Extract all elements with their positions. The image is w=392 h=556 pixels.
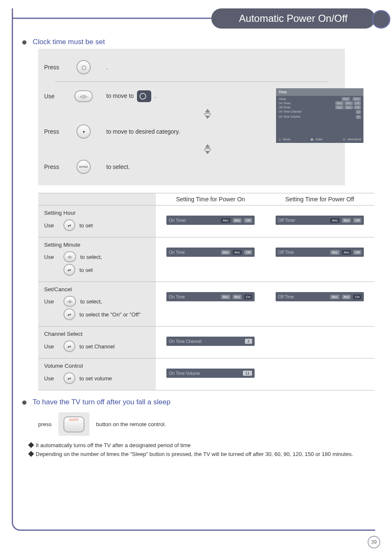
osd-chip: Abc: [345, 101, 353, 105]
table-head-off: Setting Time for Power Off: [265, 193, 374, 206]
up-down-icon[interactable]: ▴▾: [63, 340, 75, 352]
remote-down-button[interactable]: ▾: [74, 122, 94, 141]
osd-tab-bar: Time: [276, 88, 363, 96]
up-down-icon[interactable]: ▴▾: [63, 308, 75, 320]
osd-off-timer-bar: Off Timer Abc Abc Off: [276, 216, 364, 225]
table-row-channel: Channel Select Use ▴▾ to set Channel On …: [38, 327, 374, 358]
up-down-icon[interactable]: ▴▾: [63, 264, 75, 276]
osd-foot-move: ◇ : Move: [279, 138, 290, 141]
down-icon: ▾: [76, 124, 91, 139]
page-number-value: 39: [371, 539, 376, 545]
page-title-band: Automatic Power On/Off: [211, 8, 375, 29]
osd-chip: Abc: [345, 105, 353, 109]
section-title-text: Clock time must be set: [33, 38, 105, 46]
use-label: Use: [44, 343, 59, 350]
osd-chip: Off: [353, 250, 361, 255]
action-text: to select the "On" or "Off": [79, 311, 140, 318]
osd-chip: Abc: [221, 295, 230, 299]
osd-row-onvolume: On Time Volume 0: [279, 115, 361, 119]
page-frame: Automatic Power On/Off Clock time must b…: [12, 8, 375, 531]
step-text-pre: to move to: [106, 92, 134, 99]
remote-left-right-button[interactable]: ◁ ▷: [74, 87, 94, 105]
osd-label: On Time: [169, 295, 185, 299]
table-head-on: Setting Time for Power On: [156, 193, 265, 206]
table-head-blank: [38, 193, 156, 206]
osd-label: On Time: [169, 250, 185, 255]
step-text: to select.: [106, 163, 130, 170]
action-text: to set: [79, 267, 93, 273]
section-title-clock: Clock time must be set: [32, 38, 367, 46]
step-label: Press: [44, 128, 74, 135]
table-row-hour: Setting Hour Use ▴▾ to set On Timer Abc …: [38, 206, 374, 237]
osd-chip: Abc: [342, 218, 351, 223]
osd-chip: Off: [353, 218, 361, 223]
remote-sleep-button[interactable]: SLEEP: [63, 416, 84, 432]
step-text-post: .: [155, 92, 156, 99]
osd-key: On Time Channel: [279, 110, 301, 114]
up-down-icon[interactable]: ▴▾: [63, 219, 75, 231]
osd-value: 11: [243, 371, 252, 376]
osd-label: On Timer: [169, 218, 186, 223]
table-head-row: Setting Time for Power On Setting Time f…: [38, 193, 374, 206]
sleep-row: press SLEEP button on the remote control…: [38, 412, 367, 436]
osd-tab-time: Time: [279, 90, 287, 94]
action-text: to set volume: [79, 375, 112, 382]
osd-foot-exit: ⊙ : Menu/Exit: [343, 138, 361, 141]
osd-foot-enter: ▣ : Enter: [310, 138, 323, 141]
osd-chip: Abc: [233, 295, 242, 299]
osd-chip: 0: [356, 110, 361, 114]
up-down-icon[interactable]: ▴▾: [63, 372, 75, 384]
bullet-icon: [22, 40, 26, 45]
row-title: Set/Cancel: [44, 286, 150, 292]
sleep-button-wrap: SLEEP: [58, 412, 89, 436]
page-title: Automatic Power On/Off: [239, 13, 347, 24]
osd-chip: Abc: [330, 250, 339, 255]
left-right-icon[interactable]: ◁▷: [63, 251, 76, 262]
action-text: to set Channel: [79, 343, 115, 350]
remote-power-button[interactable]: ◯: [74, 58, 94, 76]
sleep-after-text: button on the remote control.: [96, 421, 166, 427]
osd-chip: Off: [354, 101, 361, 105]
footer-notes: It automatically turns off the TV after …: [29, 442, 367, 459]
osd-row-onchannel: On Time Channel 0: [279, 110, 361, 114]
osd-label: Off Timer: [278, 218, 295, 223]
osd-off-time-bar: Off Time Abc Abc Off: [276, 248, 364, 257]
header-rule: [13, 18, 211, 19]
osd-on-timer-bar: On Timer Abc Abc Off: [166, 216, 255, 225]
osd-chip: Abc: [221, 218, 230, 223]
bullet-icon: [22, 401, 26, 405]
osd-on-volume-bar: On Time Volume 11: [166, 369, 255, 378]
time-menu-icon: [137, 90, 151, 102]
diamond-icon: [28, 451, 34, 457]
osd-chip: Abc: [335, 101, 344, 105]
page-number: 39: [368, 536, 380, 548]
use-label: Use: [44, 222, 59, 229]
osd-row-offtimer: Off Timer Abc Abc Off: [279, 106, 361, 109]
divider: [55, 82, 328, 82]
content: Clock time must be set Press ◯ . Use ◁ ▷…: [13, 8, 375, 464]
osd-chip: Abc: [330, 218, 339, 223]
step-label: Use: [44, 93, 74, 100]
osd-label: On Time Volume: [169, 371, 200, 376]
row-title: Channel Select: [44, 331, 150, 337]
step-press-enter: Press ENTER to select.: [38, 154, 345, 179]
remote-enter-button[interactable]: ENTER: [74, 158, 94, 176]
use-label: Use: [44, 298, 59, 305]
osd-label: Off Time: [278, 250, 294, 255]
osd-chip: Abc: [353, 97, 361, 101]
action-text: to set: [79, 222, 93, 229]
osd-on-time-bar: On Time Abc Abc On: [166, 292, 255, 301]
section-title-text: To have the TV turn off after you fall a…: [32, 398, 170, 406]
osd-time-menu-thumbnail: Time Clock Abc : Abc On Timer Abc Abc Of…: [276, 88, 363, 143]
osd-chip: Abc: [233, 250, 242, 255]
left-right-icon[interactable]: ◁▷: [63, 296, 76, 307]
step-text: .: [106, 64, 108, 71]
osd-row-ontimer: On Timer Abc Abc Off: [279, 102, 361, 105]
osd-chip: Off: [354, 105, 361, 109]
osd-chip: Abc: [330, 295, 339, 299]
step-text: to move to desired category.: [106, 128, 180, 135]
enter-icon: ENTER: [76, 160, 91, 174]
row-title: Setting Minute: [44, 242, 150, 248]
action-text: to select,: [80, 254, 102, 260]
row-title: Volume Control: [44, 363, 150, 369]
